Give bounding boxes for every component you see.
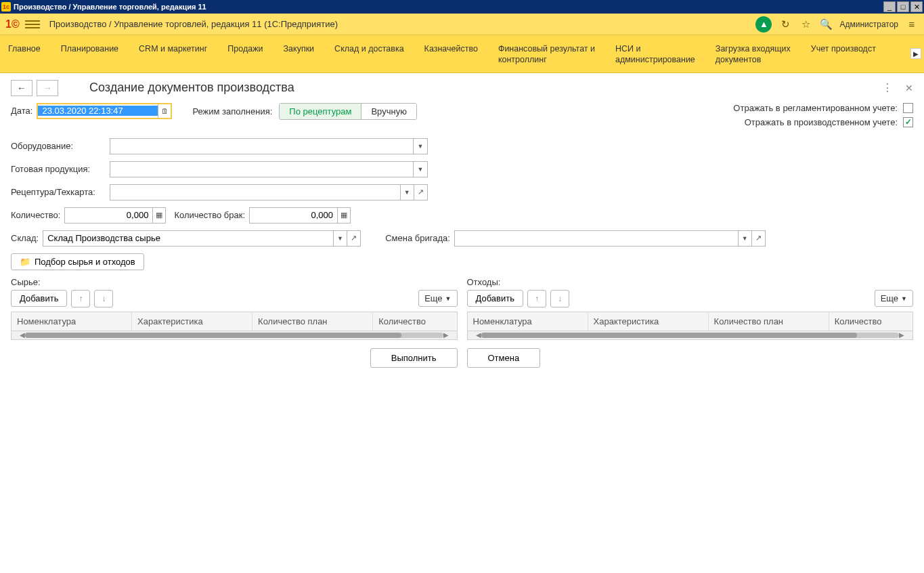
settings-icon[interactable]: ≡ <box>905 18 919 31</box>
shift-open-icon[interactable]: ↗ <box>751 231 765 246</box>
raw-scrollbar[interactable]: ◀ ▶ <box>12 331 457 339</box>
scroll-left-icon: ◀ <box>476 331 481 339</box>
raw-add-button[interactable]: Добавить <box>11 290 67 307</box>
user-label[interactable]: Администратор <box>839 20 898 29</box>
waste-move-up-icon[interactable]: ↑ <box>527 290 546 307</box>
qty-calc-icon[interactable]: ▦ <box>152 208 165 223</box>
waste-scrollbar[interactable]: ◀ ▶ <box>468 331 913 339</box>
nav-main[interactable]: Главное <box>7 39 42 72</box>
raw-table: Номенклатура Характеристика Количество п… <box>11 312 458 340</box>
qty-input[interactable] <box>65 210 152 220</box>
folder-icon: 📁 <box>20 257 30 267</box>
forward-button[interactable]: → <box>37 80 58 96</box>
nav-incoming[interactable]: Загрузка входящих документов <box>714 39 792 72</box>
history-icon[interactable]: ↻ <box>778 18 792 31</box>
recipe-open-icon[interactable]: ↗ <box>414 185 427 200</box>
warehouse-open-icon[interactable]: ↗ <box>347 231 360 246</box>
content-area: ← → Создание документов производства ⋮ ✕… <box>0 73 924 375</box>
execute-button[interactable]: Выполнить <box>370 348 458 368</box>
shift-label: Смена бригада: <box>385 233 450 243</box>
waste-col-nomenclature[interactable]: Номенклатура <box>468 312 588 331</box>
maximize-button[interactable]: □ <box>897 1 909 12</box>
fill-mode-label: Режим заполнения: <box>192 106 272 116</box>
raw-col-nomenclature[interactable]: Номенклатура <box>12 312 132 331</box>
app-header: 1© Производство / Управление торговлей, … <box>0 14 924 35</box>
pick-raw-waste-button[interactable]: 📁 Подбор сырья и отходов <box>11 253 144 270</box>
app-title: Производство / Управление торговлей, ред… <box>49 19 338 29</box>
equipment-label: Оборудование: <box>11 141 106 151</box>
shift-dropdown-icon[interactable]: ▼ <box>738 231 751 246</box>
toggle-manual[interactable]: Вручную <box>361 104 416 119</box>
waste-more-button[interactable]: Еще▼ <box>875 290 913 307</box>
date-label: Дата: <box>11 106 32 116</box>
qty-defect-input[interactable] <box>250 210 337 220</box>
raw-move-down-icon[interactable]: ↓ <box>94 290 113 307</box>
scroll-right-icon: ▶ <box>443 331 449 339</box>
calendar-icon[interactable]: 🗓 <box>158 104 171 119</box>
waste-col-characteristic[interactable]: Характеристика <box>588 312 709 331</box>
nav-nsi[interactable]: НСИ и администрирование <box>614 39 697 72</box>
waste-add-button[interactable]: Добавить <box>467 290 523 307</box>
more-actions-icon[interactable]: ⋮ <box>882 81 893 94</box>
qty-label: Количество: <box>11 210 60 220</box>
nav-finance[interactable]: Финансовый результат и контроллинг <box>497 39 596 72</box>
back-button[interactable]: ← <box>11 80 32 96</box>
recipe-dropdown-icon[interactable]: ▼ <box>400 185 414 200</box>
notifications-icon[interactable]: ▲ <box>755 16 772 33</box>
chevron-down-icon: ▼ <box>445 295 452 302</box>
cancel-button[interactable]: Отмена <box>467 348 541 368</box>
nav-treasury[interactable]: Казначейство <box>423 39 479 72</box>
raw-col-qty-plan[interactable]: Количество план <box>252 312 373 331</box>
page-title: Создание документов производства <box>89 81 294 95</box>
fill-mode-toggle: По рецептурам Вручную <box>279 103 417 120</box>
waste-col-qty-plan[interactable]: Количество план <box>709 312 829 331</box>
star-icon[interactable]: ☆ <box>799 18 812 31</box>
nav-production-acc[interactable]: Учет производст <box>810 39 877 72</box>
raw-col-characteristic[interactable]: Характеристика <box>132 312 252 331</box>
window-title: Производство / Управление торговлей, ред… <box>14 3 882 11</box>
reg-accounting-checkbox[interactable] <box>903 103 913 113</box>
equipment-input[interactable] <box>110 141 413 151</box>
raw-more-button[interactable]: Еще▼ <box>418 290 457 307</box>
recipe-input[interactable] <box>110 187 400 197</box>
nav-crm[interactable]: CRM и маркетинг <box>137 39 208 72</box>
product-label: Готовая продукция: <box>11 164 106 174</box>
warehouse-input-wrap: ▼ ↗ <box>43 230 361 247</box>
waste-more-label: Еще <box>881 293 898 303</box>
equipment-dropdown-icon[interactable]: ▼ <box>413 139 427 154</box>
brand-logo-icon: 1© <box>5 18 20 30</box>
close-window-button[interactable]: ✕ <box>910 1 923 12</box>
qty-defect-input-wrap: ▦ <box>249 207 351 224</box>
warehouse-input[interactable] <box>43 233 333 243</box>
nav-sales[interactable]: Продажи <box>226 39 264 72</box>
waste-col-qty[interactable]: Количество <box>829 312 912 331</box>
date-input[interactable] <box>38 106 157 116</box>
recipe-label: Рецептура/Техкарта: <box>11 187 106 197</box>
prod-accounting-label: Отражать в производственном учете: <box>745 117 898 127</box>
minimize-button[interactable]: _ <box>883 1 896 12</box>
prod-accounting-checkbox[interactable]: ✓ <box>903 117 913 127</box>
warehouse-label: Склад: <box>11 233 39 243</box>
nav-planning[interactable]: Планирование <box>60 39 120 72</box>
shift-input[interactable] <box>455 233 738 243</box>
raw-title: Сырье: <box>11 277 458 287</box>
warehouse-dropdown-icon[interactable]: ▼ <box>333 231 347 246</box>
close-form-button[interactable]: ✕ <box>905 83 913 93</box>
search-icon[interactable]: 🔍 <box>819 18 833 31</box>
product-input[interactable] <box>110 164 413 174</box>
main-nav: Главное Планирование CRM и маркетинг Про… <box>0 35 924 73</box>
nav-scroll-right-icon[interactable]: ▶ <box>910 48 921 59</box>
qty-defect-calc-icon[interactable]: ▦ <box>337 208 350 223</box>
waste-move-down-icon[interactable]: ↓ <box>550 290 569 307</box>
qty-input-wrap: ▦ <box>64 207 166 224</box>
pick-btn-label: Подбор сырья и отходов <box>35 257 135 267</box>
raw-move-up-icon[interactable]: ↑ <box>71 290 90 307</box>
product-dropdown-icon[interactable]: ▼ <box>413 162 427 177</box>
nav-warehouse[interactable]: Склад и доставка <box>333 39 405 72</box>
toggle-by-recipe[interactable]: По рецептурам <box>280 104 361 119</box>
recipe-input-wrap: ▼ ↗ <box>110 184 428 200</box>
nav-purchases[interactable]: Закупки <box>282 39 316 72</box>
raw-col-qty[interactable]: Количество <box>373 312 456 331</box>
raw-more-label: Еще <box>424 293 442 303</box>
hamburger-icon[interactable] <box>25 17 40 32</box>
